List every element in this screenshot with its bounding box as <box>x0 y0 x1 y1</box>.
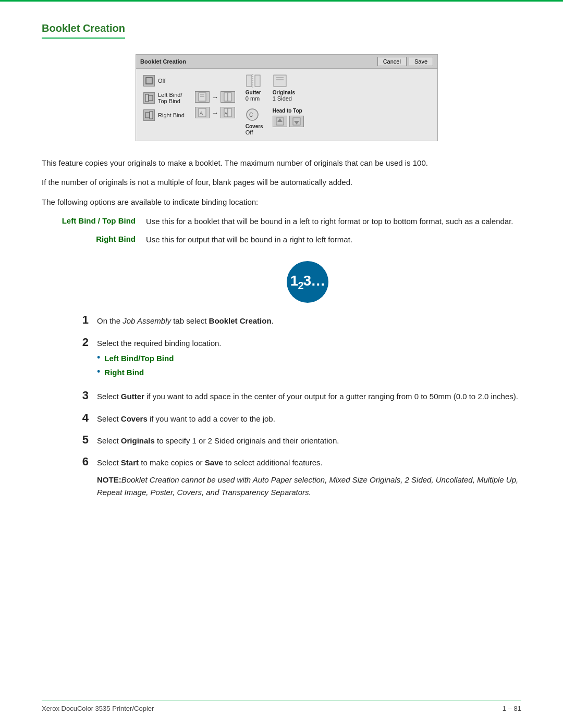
originals-label: Originals <box>273 90 304 95</box>
footer-left: Xerox DocuColor 3535 Printer/Copier <box>42 705 154 712</box>
svg-rect-2 <box>149 95 153 101</box>
svg-text:A: A <box>200 110 203 116</box>
ui-titlebar-label: Booklet Creation <box>140 58 186 65</box>
steps-list: 1 On the Job Assembly tab select Booklet… <box>73 313 521 498</box>
arrow-col: → A → A <box>192 74 238 135</box>
save-button[interactable]: Save <box>409 57 433 66</box>
arrow-icon-1: → <box>212 93 218 101</box>
steps-badge: 123… <box>94 261 521 303</box>
left-bind-option[interactable]: Left Bind/Top Bind <box>141 91 187 105</box>
bullet-dot-1: • <box>97 352 100 364</box>
svg-rect-5 <box>199 93 206 101</box>
step-2: 2 Select the required binding location. … <box>73 336 521 381</box>
para2: If the number of originals is not a mult… <box>42 176 521 188</box>
svg-rect-16 <box>255 75 260 87</box>
arrow-item-1: → <box>195 91 235 103</box>
bullet-right-bind-text: Right Bind <box>104 366 144 378</box>
svg-text:A: A <box>225 112 227 115</box>
head-top-icon-1[interactable] <box>273 116 287 127</box>
svg-rect-1 <box>145 94 149 102</box>
cancel-button[interactable]: Cancel <box>377 57 407 66</box>
ui-buttons: Cancel Save <box>377 57 433 66</box>
arrow-item-2: A → A <box>195 107 235 118</box>
originals-icon <box>273 74 304 89</box>
covers-label: Covers <box>246 124 263 129</box>
footer-right: 1 – 81 <box>503 705 521 712</box>
term-right-bind: Right Bind <box>42 233 146 243</box>
gutter-icon <box>246 74 263 89</box>
desc-left-bind: Use this for a booklet that will be boun… <box>146 215 521 227</box>
para3: The following options are available to i… <box>42 196 521 208</box>
binding-options-col: Off Left Bind/Top Bind Right Bind <box>141 74 187 135</box>
gutter-label: Gutter <box>246 90 263 95</box>
step-1-content: On the Job Assembly tab select Booklet C… <box>97 313 521 327</box>
gutter-value: 0 mm <box>246 95 263 102</box>
para1: This feature copies your originals to ma… <box>42 157 521 169</box>
svg-rect-8 <box>224 93 228 101</box>
dest-doc-icon <box>221 91 235 103</box>
originals-section: Originals 1 Sided <box>273 74 304 102</box>
term-left-bind: Left Bind / Top Bind <box>42 215 146 225</box>
right-bind-option[interactable]: Right Bind <box>141 108 187 122</box>
step-6: 6 Select Start to make copies or Save to… <box>73 455 521 498</box>
originals-col: Originals 1 Sided Head to Top <box>271 74 306 135</box>
svg-rect-13 <box>228 108 231 117</box>
note-text: Booklet Creation cannot be used with Aut… <box>97 475 518 496</box>
svg-text:C: C <box>249 112 253 118</box>
step-4-content: Select Covers if you want to add a cover… <box>97 411 521 425</box>
off-label: Off <box>158 78 165 84</box>
gutter-section: Gutter 0 mm <box>246 74 263 102</box>
bullet-left-bind-text: Left Bind/Top Bind <box>104 352 174 364</box>
badge-text: 123… <box>290 273 325 292</box>
svg-rect-9 <box>228 93 231 101</box>
head-top-icon-2[interactable] <box>289 116 304 127</box>
originals-value: 1 Sided <box>273 95 304 102</box>
svg-rect-0 <box>146 78 152 84</box>
source-doc-icon-2: A <box>195 107 210 118</box>
dest-doc-icon-2: A <box>221 107 235 118</box>
arrow-icon-2: → <box>212 109 218 117</box>
step-5: 5 Select Originals to specify 1 or 2 Sid… <box>73 433 521 447</box>
ui-titlebar: Booklet Creation Cancel Save <box>136 55 437 69</box>
bullet-left-bind: • Left Bind/Top Bind <box>97 352 521 364</box>
svg-rect-3 <box>150 112 153 119</box>
gutter-covers-col: Gutter 0 mm C Covers Off <box>243 74 265 135</box>
note-block: NOTE:Booklet Creation cannot be used wit… <box>97 474 521 498</box>
note-label: NOTE: <box>97 475 121 484</box>
left-bind-label: Left Bind/Top Bind <box>158 92 182 104</box>
page-footer: Xerox DocuColor 3535 Printer/Copier 1 – … <box>42 700 521 712</box>
right-bind-label: Right Bind <box>158 112 185 118</box>
step-1-num: 1 <box>73 313 89 327</box>
head-to-top-label: Head to Top <box>273 108 304 114</box>
off-option[interactable]: Off <box>141 74 187 88</box>
source-doc-icon <box>195 91 210 103</box>
right-bind-icon <box>143 109 155 121</box>
desc-right-bind: Use this for output that will be bound i… <box>146 233 521 245</box>
step-4: 4 Select Covers if you want to add a cov… <box>73 411 521 425</box>
bullet-right-bind: • Right Bind <box>97 366 521 378</box>
step-1: 1 On the Job Assembly tab select Booklet… <box>73 313 521 327</box>
page-title: Booklet Creation <box>42 22 125 39</box>
ui-screenshot: Booklet Creation Cancel Save Off <box>136 54 438 141</box>
step-6-num: 6 <box>73 455 89 468</box>
def-row-left-bind: Left Bind / Top Bind Use this for a book… <box>42 215 521 227</box>
definition-table: Left Bind / Top Bind Use this for a book… <box>42 215 521 246</box>
svg-rect-20 <box>274 75 286 87</box>
binding-bullet-list: • Left Bind/Top Bind • Right Bind <box>97 352 521 379</box>
bullet-dot-2: • <box>97 366 100 378</box>
covers-value: Off <box>246 129 263 135</box>
step-2-content: Select the required binding location. • … <box>97 336 521 381</box>
step-3-content: Select Gutter if you want to add space i… <box>97 389 521 402</box>
step-5-num: 5 <box>73 433 89 447</box>
svg-rect-4 <box>145 113 150 118</box>
svg-rect-15 <box>247 75 252 87</box>
head-to-top-section: Head to Top <box>273 108 304 127</box>
left-bind-icon <box>143 92 155 104</box>
covers-icon: C <box>246 108 263 122</box>
covers-section: C Covers Off <box>246 108 263 135</box>
step-3: 3 Select Gutter if you want to add space… <box>73 389 521 402</box>
step-4-num: 4 <box>73 411 89 425</box>
off-icon <box>143 75 155 87</box>
step-3-num: 3 <box>73 389 89 402</box>
step-2-num: 2 <box>73 336 89 349</box>
